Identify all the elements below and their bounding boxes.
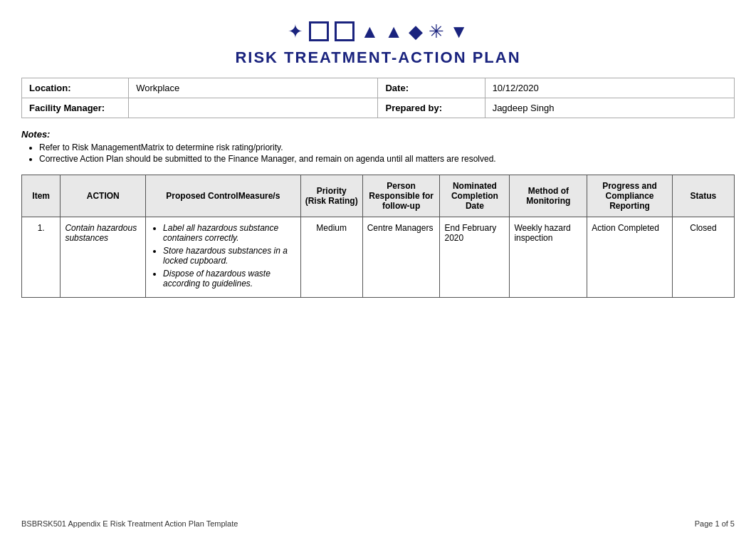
col-header-action: ACTION [61,175,146,217]
facility-manager-value [129,98,378,118]
logo-icon-2 [309,21,329,41]
cell-progress: Action Completed [587,217,673,298]
col-header-priority: Priority (Risk Rating) [300,175,362,217]
col-header-status: Status [672,175,734,217]
logo-icons: ✦ ▲ ▲ ◆ ✳ ▼ [288,21,468,41]
page-wrapper: ✦ ▲ ▲ ◆ ✳ ▼ RISK TREATMENT-ACTION PLAN L… [0,0,756,341]
cell-method: Weekly hazard inspection [510,217,587,298]
prepared-by-label: Prepared by: [378,98,485,118]
control-item: Label all hazardous substance containers… [163,223,296,243]
col-header-person: Person Responsible for follow-up [362,175,440,217]
notes-item-2: Corrective Action Plan should be submitt… [39,154,735,164]
col-header-progress: Progress and Compliance Reporting [587,175,673,217]
info-table: Location: Workplace Date: 10/12/2020 Fac… [21,78,735,118]
logo-area: ✦ ▲ ▲ ◆ ✳ ▼ [21,14,735,41]
col-header-item: Item [22,175,61,217]
logo-icon-5: ▲ [384,22,403,41]
main-table: Item ACTION Proposed ControlMeasure/s Pr… [21,175,735,298]
cell-status: Closed [672,217,734,298]
notes-list: Refer to Risk ManagementMatrix to determ… [21,142,735,164]
location-value: Workplace [129,78,378,98]
table-row: 1.Contain hazardous substancesLabel all … [22,217,735,298]
notes-item-1: Refer to Risk ManagementMatrix to determ… [39,142,735,152]
logo-icon-6: ◆ [409,22,423,41]
logo-icon-3 [335,21,355,41]
cell-nominated: End February 2020 [440,217,510,298]
cell-controls: Label all hazardous substance containers… [146,217,301,298]
date-label: Date: [378,78,485,98]
footer-left: BSBRSK501 Appendix E Risk Treatment Acti… [21,519,238,528]
prepared-by-value: Jagdeep Singh [485,98,734,118]
footer: BSBRSK501 Appendix E Risk Treatment Acti… [21,519,735,528]
control-item: Store hazardous substances in a locked c… [163,246,296,266]
logo-icon-1: ✦ [288,22,303,41]
cell-item: 1. [22,217,61,298]
logo-icon-8: ▼ [450,22,468,41]
notes-section: Notes: Refer to Risk ManagementMatrix to… [21,129,735,164]
facility-manager-label: Facility Manager: [22,98,129,118]
control-item: Dispose of hazardous waste according to … [163,269,296,289]
col-header-method: Method of Monitoring [510,175,587,217]
logo-icon-4: ▲ [360,22,379,41]
logo-icon-7: ✳ [429,22,444,41]
page-title: RISK TREATMENT-ACTION PLAN [21,48,735,67]
cell-person: Centre Managers [362,217,440,298]
location-label: Location: [22,78,129,98]
cell-priority: Medium [300,217,362,298]
footer-right: Page 1 of 5 [695,519,735,528]
col-header-proposed-control: Proposed ControlMeasure/s [146,175,301,217]
cell-action: Contain hazardous substances [61,217,146,298]
col-header-nominated: Nominated Completion Date [440,175,510,217]
notes-title: Notes: [21,129,735,140]
date-value: 10/12/2020 [485,78,734,98]
